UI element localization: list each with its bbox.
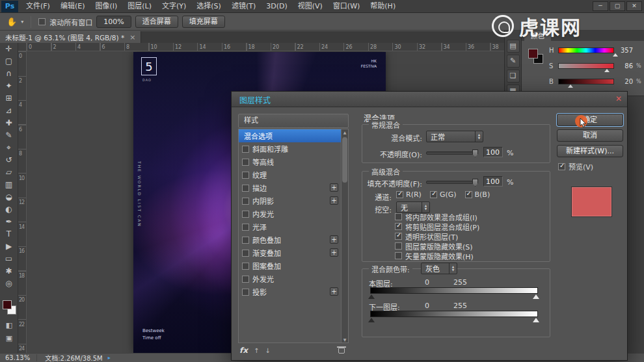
dialog-close-icon[interactable]: ✕ xyxy=(615,94,622,103)
spinner-icon[interactable]: ▲▼ xyxy=(449,263,457,274)
style-item[interactable]: 内阴影+ xyxy=(239,194,348,207)
spinner-down-icon[interactable]: ▼ xyxy=(452,269,454,272)
brightness-slider-thumb[interactable] xyxy=(568,84,573,88)
clipboard-panel-icon[interactable]: ❏ xyxy=(507,70,520,83)
add-effect-plus-icon[interactable]: + xyxy=(330,196,338,205)
status-zoom-field[interactable]: 63.13% xyxy=(5,354,37,361)
healing-brush-tool-icon[interactable]: ✚ xyxy=(1,117,17,129)
style-item[interactable]: 渐变叠加+ xyxy=(239,246,348,259)
dialog-title-bar[interactable]: 图层样式 ✕ xyxy=(232,92,627,107)
menu-item[interactable]: 帮助(H) xyxy=(365,0,401,13)
style-checkbox[interactable] xyxy=(242,250,249,257)
shape-tool-icon[interactable]: ▭ xyxy=(1,253,17,265)
menu-item[interactable]: 文字(Y) xyxy=(157,0,191,13)
brightness-slider[interactable] xyxy=(558,79,614,84)
screen-mode-icon[interactable]: ▣ xyxy=(3,334,15,343)
style-checkbox[interactable] xyxy=(242,289,249,296)
this-layer-black-marker[interactable] xyxy=(368,294,375,299)
style-item[interactable]: 颜色叠加+ xyxy=(239,233,348,246)
blend-option-checkbox[interactable] xyxy=(395,252,402,259)
document-tab[interactable]: 未标题-1 @ 63.1% (图层 4, RGB/8) * × xyxy=(0,31,141,43)
style-checkbox[interactable] xyxy=(242,224,249,231)
pen-tool-icon[interactable]: ✒ xyxy=(1,216,17,228)
opacity-field[interactable]: 100 xyxy=(483,147,503,157)
tool-preset-chevron-icon[interactable]: ▾ xyxy=(21,19,23,25)
eyedropper-tool-icon[interactable]: ⊿ xyxy=(1,105,17,117)
status-options-icon[interactable]: ▸ xyxy=(108,355,111,361)
style-checkbox[interactable] xyxy=(242,146,249,153)
swatches-panel-icon[interactable]: ▤ xyxy=(507,40,520,53)
brush-tool-icon[interactable]: ✎ xyxy=(1,129,17,142)
style-item[interactable]: 内发光 xyxy=(239,207,348,220)
underlying-layer-white-marker[interactable] xyxy=(533,318,539,322)
scroll-up-icon[interactable]: ▲ xyxy=(342,130,348,135)
underlying-layer-gradient-bar[interactable] xyxy=(370,311,538,317)
blend-mode-select[interactable]: 正常 ▲▼ xyxy=(426,131,483,142)
spinner-up-icon[interactable]: ▲ xyxy=(478,134,480,136)
marquee-tool-icon[interactable]: ▢ xyxy=(1,55,17,68)
style-item[interactable]: 光泽 xyxy=(239,220,348,233)
opacity-slider-thumb[interactable] xyxy=(472,149,478,157)
gradient-tool-icon[interactable]: ▥ xyxy=(1,179,17,191)
history-brush-tool-icon[interactable]: ↺ xyxy=(1,154,17,166)
menu-item[interactable]: 视图(V) xyxy=(293,0,328,13)
color-panel-tab[interactable]: 颜色 xyxy=(524,31,551,41)
menu-item[interactable]: 窗口(W) xyxy=(328,0,365,13)
styles-scrollbar[interactable]: ▲ ▼ xyxy=(341,129,348,343)
saturation-slider-thumb[interactable] xyxy=(604,69,610,72)
menu-item[interactable]: 文件(F) xyxy=(21,0,55,13)
move-effect-down-icon[interactable]: ↓ xyxy=(265,347,270,354)
hue-slider[interactable] xyxy=(558,47,614,53)
menu-item[interactable]: 图像(I) xyxy=(90,0,122,13)
style-item[interactable]: 投影+ xyxy=(239,285,348,298)
style-checkbox[interactable] xyxy=(242,198,249,205)
spinner-down-icon[interactable]: ▼ xyxy=(425,208,427,211)
add-effect-plus-icon[interactable]: + xyxy=(330,248,338,257)
brightness-value[interactable]: 20 xyxy=(617,78,633,85)
move-effect-up-icon[interactable]: ↑ xyxy=(254,347,259,354)
channel-checkbox[interactable] xyxy=(396,191,403,198)
fill-opacity-slider-thumb[interactable] xyxy=(472,179,478,187)
spinner-down-icon[interactable]: ▼ xyxy=(478,137,480,140)
ok-button[interactable]: 确定 xyxy=(557,114,623,126)
style-checkbox[interactable] xyxy=(242,263,249,270)
opacity-slider[interactable] xyxy=(426,151,478,155)
spinner-up-icon[interactable]: ▲ xyxy=(425,205,427,207)
this-layer-gradient-bar[interactable] xyxy=(370,287,538,294)
cancel-button[interactable]: 取消 xyxy=(557,129,623,142)
saturation-slider[interactable] xyxy=(558,63,614,69)
style-item[interactable]: 等高线 xyxy=(239,155,348,168)
fill-opacity-field[interactable]: 100 xyxy=(483,176,503,187)
spinner-up-icon[interactable]: ▲ xyxy=(452,266,454,268)
dodge-tool-icon[interactable]: ◐ xyxy=(1,203,17,216)
blend-option-checkbox[interactable] xyxy=(395,223,402,230)
menu-item[interactable]: 3D(D) xyxy=(261,0,293,13)
blend-option-checkbox[interactable] xyxy=(395,213,402,220)
scrollbar-thumb[interactable] xyxy=(342,137,347,183)
blend-option-checkbox[interactable] xyxy=(395,233,402,240)
zoom-tool-icon[interactable]: ◎ xyxy=(1,278,17,290)
add-effect-plus-icon[interactable]: + xyxy=(330,287,338,296)
blur-tool-icon[interactable]: ◒ xyxy=(1,191,17,203)
style-checkbox[interactable] xyxy=(242,159,249,166)
style-checkbox[interactable] xyxy=(242,211,249,218)
crop-tool-icon[interactable]: ⊞ xyxy=(1,92,17,105)
blend-option-checkbox[interactable] xyxy=(395,242,402,250)
channel-checkbox[interactable] xyxy=(465,191,472,198)
blend-if-channel-select[interactable]: 灰色 ▲▼ xyxy=(421,263,457,274)
minimize-button[interactable]: ─ xyxy=(593,1,608,11)
style-checkbox[interactable] xyxy=(242,276,249,283)
menu-item[interactable]: 选择(S) xyxy=(191,0,226,13)
clone-stamp-tool-icon[interactable]: ⌖ xyxy=(1,142,17,154)
quick-mask-icon[interactable]: ◧ xyxy=(3,321,15,330)
hand-tool-options-icon[interactable]: ✋ xyxy=(7,17,17,27)
menu-item[interactable]: 滤镜(T) xyxy=(226,0,261,13)
channel-checkbox[interactable] xyxy=(430,191,437,198)
panel-foreground-color-swatch[interactable] xyxy=(528,49,538,58)
style-item[interactable]: 描边+ xyxy=(239,181,348,194)
hand-tool-icon[interactable]: ✱ xyxy=(1,265,17,278)
this-layer-white-marker[interactable] xyxy=(533,294,539,299)
foreground-color-swatch[interactable] xyxy=(3,300,12,309)
scroll-all-windows-checkbox[interactable] xyxy=(38,18,46,25)
move-tool-icon[interactable]: ✛ xyxy=(1,43,17,55)
